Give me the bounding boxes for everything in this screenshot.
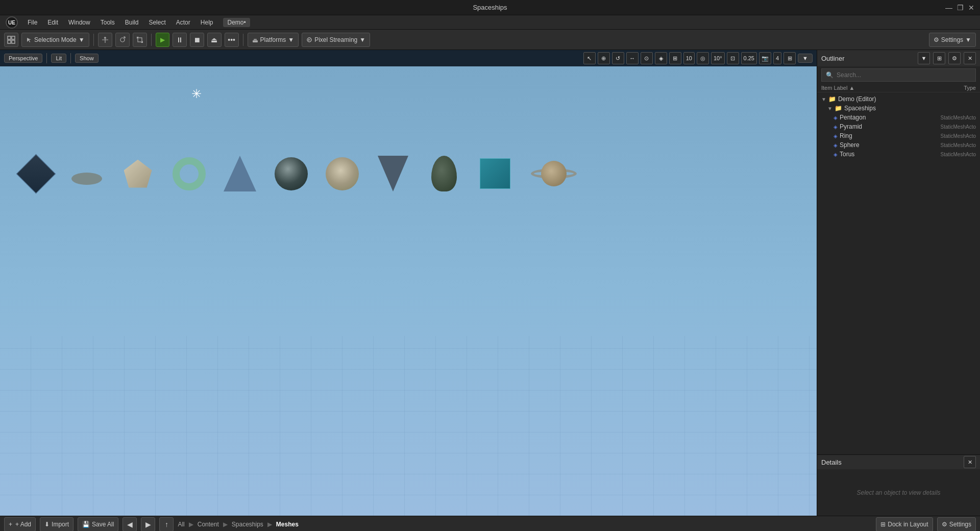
cb-back-btn[interactable]: ◀ xyxy=(122,517,137,532)
pause-btn[interactable]: ⏸ xyxy=(173,33,187,47)
breadcrumb-all[interactable]: All xyxy=(178,521,184,528)
layout-btn[interactable] xyxy=(4,33,18,47)
expand-icon: ▼ xyxy=(827,106,832,111)
content-browser-toolbar: + + Add ⬇ Import 💾 Save All ◀ ▶ ↑ All ▶ … xyxy=(0,516,980,531)
stop-btn[interactable]: ⏹ xyxy=(190,33,204,47)
snap-translate-btn[interactable] xyxy=(98,33,112,47)
tree-item-spaceships[interactable]: ▼ 📁 Spaceships xyxy=(817,104,980,113)
breadcrumb-spaceships[interactable]: Spaceships xyxy=(232,521,263,528)
grid-size-value[interactable]: 10 xyxy=(683,52,695,64)
breadcrumb-content[interactable]: Content xyxy=(198,521,219,528)
dock-in-layout-btn[interactable]: ⊞ Dock in Layout xyxy=(876,517,933,532)
grid-snapping-btn[interactable]: ⊞ xyxy=(669,52,681,64)
outliner-filter-btn[interactable]: ▼ xyxy=(918,52,930,64)
folder-icon: 📁 xyxy=(835,105,842,112)
scale-snap-btn[interactable]: ⊡ xyxy=(727,52,739,64)
import-btn[interactable]: ⬇ Import xyxy=(40,517,74,532)
save-all-btn[interactable]: 💾 Save All xyxy=(78,517,118,532)
translate-btn[interactable]: ⊕ xyxy=(598,52,610,64)
tree-item-pentagon[interactable]: ◈ Pentagon StaticMeshActo xyxy=(817,113,980,122)
tree-item-pyramid[interactable]: ◈ Pyramid StaticMeshActo xyxy=(817,122,980,131)
scale-value[interactable]: 0.25 xyxy=(741,52,757,64)
hydra-object[interactable] xyxy=(271,153,311,194)
outliner-settings-btn[interactable]: ⚙ xyxy=(948,52,961,64)
tree-item-torus[interactable]: ◈ Torus StaticMeshActo xyxy=(817,150,980,159)
world-space-btn[interactable]: ⊙ xyxy=(641,52,653,64)
details-close-btn[interactable]: ✕ xyxy=(964,456,976,468)
menu-edit[interactable]: Edit xyxy=(43,18,62,27)
lit-btn[interactable]: Lit xyxy=(51,54,66,63)
breadcrumb-meshes[interactable]: Meshes xyxy=(276,521,299,528)
menu-tools[interactable]: Tools xyxy=(96,18,119,27)
rotation-snap-btn[interactable]: ◎ xyxy=(697,52,709,64)
ring-object[interactable] xyxy=(168,153,209,194)
menu-select[interactable]: Select xyxy=(144,18,169,27)
sun-icon: ✳ xyxy=(189,87,204,102)
selection-mode-btn[interactable]: Selection Mode ▼ xyxy=(21,33,89,47)
pentagon-object[interactable] xyxy=(117,153,158,194)
viewport: Perspective Lit Show ↖ ⊕ ↺ ↔ ⊙ ◈ ⊞ 10 xyxy=(0,50,817,516)
expand-icon: ▼ xyxy=(821,96,826,102)
cone-object[interactable] xyxy=(373,153,413,194)
cone-mesh xyxy=(378,156,408,191)
cb-forward-btn[interactable]: ▶ xyxy=(141,517,155,532)
outliner-search-input[interactable] xyxy=(837,71,971,79)
pause-icon: ⏸ xyxy=(176,36,183,44)
outliner-search-bar[interactable]: 🔍 xyxy=(821,68,976,82)
menu-help[interactable]: Help xyxy=(197,18,217,27)
egg-object[interactable] xyxy=(424,153,464,194)
select-mode-btn[interactable]: ↖ xyxy=(583,52,596,64)
viewport-content[interactable]: ✳ xyxy=(0,66,817,516)
tree-item-sphere[interactable]: ◈ Sphere StaticMeshActo xyxy=(817,140,980,150)
outliner-close-btn[interactable]: ✕ xyxy=(964,52,976,64)
eject-btn[interactable]: ⏏ xyxy=(207,33,222,47)
svg-rect-7 xyxy=(138,38,142,42)
scale-btn[interactable]: ↔ xyxy=(626,52,639,64)
menu-actor[interactable]: Actor xyxy=(172,18,194,27)
snap-scale-btn[interactable] xyxy=(133,33,147,47)
snap-rotate-btn[interactable] xyxy=(115,33,130,47)
outliner-filter2-btn[interactable]: ⊞ xyxy=(933,52,945,64)
cb-settings-btn[interactable]: ⚙ Settings xyxy=(937,517,976,532)
tree-item-demo[interactable]: ▼ 📁 Demo (Editor) xyxy=(817,94,980,104)
camera-speed-btn[interactable]: 📷 xyxy=(759,52,771,64)
menu-window[interactable]: Window xyxy=(64,18,94,27)
cb-up-btn[interactable]: ↑ xyxy=(159,517,174,532)
mesh-icon: ◈ xyxy=(834,124,838,130)
pixel-streaming-btn[interactable]: Pixel Streaming ▼ xyxy=(302,33,370,47)
vp-options-btn[interactable]: ▼ xyxy=(798,54,813,63)
menu-build[interactable]: Build xyxy=(121,18,143,27)
tree-item-label: Demo (Editor) xyxy=(838,95,876,103)
cube-object[interactable] xyxy=(475,153,516,194)
add-btn[interactable]: + + Add xyxy=(4,517,36,532)
perspective-btn[interactable]: Perspective xyxy=(4,54,42,63)
more-options-btn[interactable]: ••• xyxy=(225,33,239,47)
settings-btn[interactable]: ⚙ Settings ▼ xyxy=(929,33,976,47)
show-btn[interactable]: Show xyxy=(75,54,99,63)
surface-snapping-btn[interactable]: ◈ xyxy=(655,52,667,64)
close-btn[interactable]: ✕ xyxy=(968,4,975,11)
play-btn[interactable]: ▶ xyxy=(156,33,169,47)
pyramid-object[interactable] xyxy=(219,153,260,194)
viewport-background: ✳ xyxy=(0,66,817,516)
tree-item-label: Spaceships xyxy=(844,105,876,112)
ufo-object[interactable] xyxy=(526,153,582,194)
camera-speed-value[interactable]: 4 xyxy=(773,52,781,64)
minimize-btn[interactable]: — xyxy=(945,4,952,11)
diamond-object[interactable] xyxy=(15,153,56,194)
restore-btn[interactable]: ❐ xyxy=(957,4,964,11)
rotate-btn[interactable]: ↺ xyxy=(612,52,624,64)
vp-sep-2 xyxy=(70,53,71,63)
moon-object[interactable] xyxy=(322,153,362,194)
rotation-value[interactable]: 10° xyxy=(711,52,725,64)
settings-arrow: ▼ xyxy=(965,36,971,43)
torus-object[interactable] xyxy=(66,158,107,199)
show-label: Show xyxy=(80,55,94,61)
tree-item-ring[interactable]: ◈ Ring StaticMeshActo xyxy=(817,131,980,140)
maximize-viewport-btn[interactable]: ⊞ xyxy=(783,52,796,64)
svg-rect-5 xyxy=(12,40,15,43)
platforms-btn[interactable]: Platforms ▼ xyxy=(248,33,299,47)
menu-file[interactable]: File xyxy=(23,18,41,27)
svg-text:UE: UE xyxy=(8,20,15,26)
save-label: Save All xyxy=(92,521,114,528)
